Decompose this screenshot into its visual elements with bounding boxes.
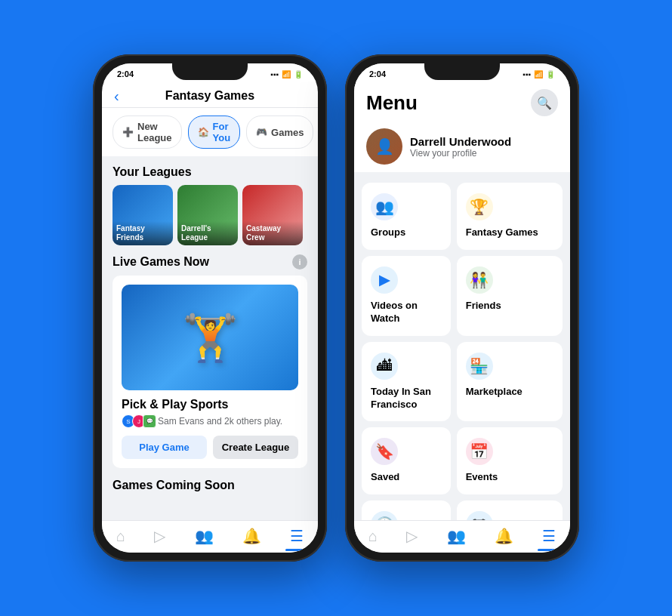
saved-icon-wrap: 🔖: [371, 438, 398, 465]
time-2: 2:04: [369, 69, 386, 79]
nav-menu-2[interactable]: ☰: [542, 527, 556, 545]
groups-icon-wrap: 👥: [371, 193, 398, 220]
marketplace-icon-wrap: 🏪: [466, 353, 493, 380]
nav-home-2[interactable]: ⌂: [368, 528, 378, 545]
back-button[interactable]: ‹: [114, 88, 119, 105]
groups-label: Groups: [371, 226, 442, 239]
live-games-title: Live Games Now: [113, 255, 209, 269]
league-card-castaway[interactable]: Castaway Crew: [242, 185, 303, 245]
memories-icon-wrap: 🕐: [371, 511, 398, 520]
today-sf-label: Today In San Francisco: [371, 386, 442, 411]
profile-name: Darrell Underwood: [410, 135, 511, 148]
profile-sub: View your profile: [410, 148, 511, 159]
league-label-1: Fantasy Friends: [113, 221, 173, 245]
saved-icon: 🔖: [375, 442, 394, 460]
battery-icon: 🔋: [294, 70, 303, 79]
nav-bell-1[interactable]: 🔔: [242, 527, 261, 545]
signal-icon-2: ▪▪▪: [522, 70, 531, 79]
status-icons-1: ▪▪▪ 📶 🔋: [270, 70, 303, 79]
games-menu-icon-wrap: 🎮: [466, 511, 493, 520]
bottom-nav-2: ⌂ ▷ 👥 🔔 ☰: [354, 520, 570, 553]
league-card-darrells[interactable]: Darrell's League: [177, 185, 238, 245]
nav-active-indicator: [285, 549, 308, 551]
game-action-buttons: Play Game Create League: [122, 436, 298, 459]
events-label: Events: [466, 471, 553, 484]
league-label-3: Castaway Crew: [242, 221, 303, 245]
search-icon: 🔍: [537, 96, 552, 110]
menu-item-games[interactable]: 🎮 Games: [457, 500, 563, 520]
status-bar-2: 2:04 ▪▪▪ 📶 🔋: [354, 63, 570, 82]
tab-for-you[interactable]: 🏠 For You: [188, 116, 241, 149]
games-icon: 🎮: [256, 127, 267, 137]
game-name: Pick & Play Sports: [122, 398, 298, 411]
tab-games[interactable]: 🎮 Games: [246, 116, 313, 149]
friend-avatars: S J 💬: [122, 414, 153, 428]
videos-icon: ▶: [379, 272, 390, 288]
tabs-bar: ➕ New League 🏠 For You 🎮 Games: [102, 108, 318, 156]
main-scroll[interactable]: Your Leagues Fantasy Friends Darrell's L…: [102, 156, 318, 520]
wifi-icon: 📶: [282, 70, 291, 79]
menu-item-fantasy-games[interactable]: 🏆 Fantasy Games: [457, 183, 563, 250]
game-banner: 🏋️: [122, 285, 298, 390]
search-button[interactable]: 🔍: [531, 89, 558, 116]
menu-scroll[interactable]: 👥 Groups 🏆 Fantasy Games ▶ Videos on Wat…: [354, 178, 570, 520]
create-league-button[interactable]: Create League: [213, 436, 298, 459]
tab-new-league[interactable]: ➕ New League: [113, 116, 182, 149]
videos-icon-wrap: ▶: [371, 266, 398, 294]
menu-item-groups[interactable]: 👥 Groups: [362, 183, 451, 250]
game-card: 🏋️ Pick & Play Sports S J 💬 Sam Evans an…: [113, 276, 307, 468]
play-game-button[interactable]: Play Game: [122, 436, 207, 459]
nav-people-1[interactable]: 👥: [195, 527, 214, 545]
nav-active-indicator-2: [538, 549, 560, 551]
for-you-icon: 🏠: [198, 127, 209, 137]
menu-item-videos-on-watch[interactable]: ▶ Videos on Watch: [362, 256, 451, 336]
battery-icon-2: 🔋: [546, 70, 555, 79]
fantasy-games-icon: 🏆: [470, 198, 489, 216]
menu-item-memories[interactable]: 🕐 Memories: [362, 500, 451, 520]
fantasy-games-label: Fantasy Games: [466, 226, 553, 239]
league-label-2: Darrell's League: [177, 221, 238, 245]
avatar: 👤: [366, 128, 402, 165]
nav-video-1[interactable]: ▷: [154, 527, 165, 545]
notch-1: [172, 63, 248, 80]
new-league-icon: ➕: [122, 127, 134, 137]
menu-item-saved[interactable]: 🔖 Saved: [362, 427, 451, 494]
nav-menu-1[interactable]: ☰: [290, 527, 304, 545]
menu-item-today-sf[interactable]: 🏙 Today In San Francisco: [362, 342, 451, 422]
today-sf-icon: 🏙: [377, 357, 392, 374]
nav-home-1[interactable]: ⌂: [116, 528, 125, 545]
signal-icon: ▪▪▪: [270, 70, 279, 79]
wifi-icon-2: 📶: [534, 70, 543, 79]
phone-fantasy-games: 2:04 ▪▪▪ 📶 🔋 ‹ Fantasy Games ➕ New Leagu…: [93, 54, 327, 562]
friend-avatar-3: 💬: [143, 414, 156, 428]
friends-icon: 👫: [470, 271, 489, 289]
status-bar-1: 2:04 ▪▪▪ 📶 🔋: [102, 63, 318, 82]
events-icon: 📅: [470, 442, 489, 460]
nav-video-2[interactable]: ▷: [406, 527, 418, 545]
fantasy-games-header: ‹ Fantasy Games: [102, 82, 318, 108]
tab-games-label: Games: [271, 127, 304, 138]
status-icons-2: ▪▪▪ 📶 🔋: [522, 70, 555, 79]
bottom-nav-1: ⌂ ▷ 👥 🔔 ☰: [102, 520, 318, 553]
notch-2: [424, 63, 500, 80]
events-icon-wrap: 📅: [466, 438, 493, 465]
tab-new-league-label: New League: [137, 121, 172, 143]
menu-item-friends[interactable]: 👫 Friends: [457, 256, 563, 336]
page-title: Fantasy Games: [165, 89, 254, 103]
menu-item-events[interactable]: 📅 Events: [457, 427, 563, 494]
league-card-fantasy-friends[interactable]: Fantasy Friends: [113, 185, 173, 245]
menu-header: Menu 🔍: [354, 82, 570, 121]
marketplace-icon: 🏪: [470, 357, 489, 375]
menu-grid: 👥 Groups 🏆 Fantasy Games ▶ Videos on Wat…: [362, 183, 563, 520]
time-1: 2:04: [117, 69, 134, 79]
tab-for-you-label: For You: [213, 121, 231, 143]
nav-bell-2[interactable]: 🔔: [495, 527, 513, 545]
info-icon[interactable]: i: [292, 254, 307, 270]
game-friends-info: S J 💬 Sam Evans and 2k others play.: [122, 414, 298, 428]
menu-item-marketplace[interactable]: 🏪 Marketplace: [457, 342, 563, 422]
groups-icon: 👥: [375, 198, 394, 216]
today-sf-icon-wrap: 🏙: [371, 353, 398, 380]
friends-label: Friends: [466, 300, 553, 313]
nav-people-2[interactable]: 👥: [447, 527, 466, 545]
profile-row[interactable]: 👤 Darrell Underwood View your profile: [354, 121, 570, 178]
